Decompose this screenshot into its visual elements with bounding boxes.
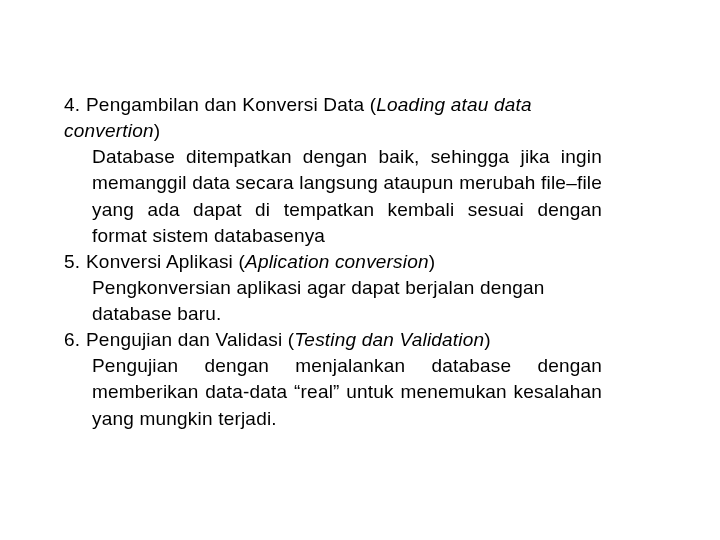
list-item-body: Pengujian dengan menjalankan database de… [92,353,602,431]
list-item-number: 4. [64,92,86,118]
list-item-title: 4.Pengambilan dan Konversi Data (Loading… [64,92,602,144]
title-text-after: ) [484,329,491,350]
list-item: 6.Pengujian dan Validasi (Testing dan Va… [64,327,602,432]
title-text-italic: Aplication conversion [245,251,429,272]
list-item-body: Pengkonversian aplikasi agar dapat berja… [92,275,602,327]
list-item-body: Database ditempatkan dengan baik, sehing… [92,144,602,249]
list-item: 4.Pengambilan dan Konversi Data (Loading… [64,92,602,249]
list-item: 5.Konversi Aplikasi (Aplication conversi… [64,249,602,327]
title-text-before: Pengujian dan Validasi ( [86,329,294,350]
list-item-title: 6.Pengujian dan Validasi (Testing dan Va… [64,327,602,353]
title-text-before: Pengambilan dan Konversi Data ( [86,94,376,115]
title-text-before: Konversi Aplikasi ( [86,251,245,272]
list-item-number: 5. [64,249,86,275]
list-item-number: 6. [64,327,86,353]
list-item-title: 5.Konversi Aplikasi (Aplication conversi… [64,249,602,275]
title-text-after: ) [154,120,161,141]
title-text-italic: Testing dan Validation [294,329,484,350]
document-page: 4.Pengambilan dan Konversi Data (Loading… [0,0,720,540]
title-text-after: ) [429,251,436,272]
